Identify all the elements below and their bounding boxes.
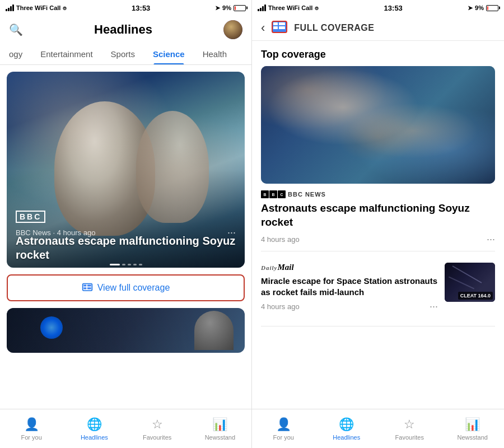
bottom-nav-right-newsstand[interactable]: 📊 Newsstand xyxy=(456,417,489,441)
tab-entertainment[interactable]: Entertainment xyxy=(31,44,101,64)
bottom-nav-newsstand[interactable]: 📊 Newsstand xyxy=(203,417,237,441)
hero-headline: Astronauts escape malfunctioning Soyuz r… xyxy=(16,234,236,262)
divider-1 xyxy=(261,251,495,251)
thumb-text: CLEAT 164.0 xyxy=(458,292,493,300)
person-icon-right: 👤 xyxy=(276,417,291,432)
mail-text: Mail xyxy=(277,263,293,272)
location-icon-right: ➤ xyxy=(468,4,473,12)
bbc-news-badge: B B C BBC NEWS xyxy=(261,190,495,198)
globe-icon: 🌐 xyxy=(87,417,102,432)
full-coverage-icon xyxy=(272,20,287,36)
headlines-label-right: Headlines xyxy=(333,434,360,441)
tab-health[interactable]: Health xyxy=(194,44,236,64)
secondary-story[interactable]: Daily Mail Miracle escape for Space Stat… xyxy=(261,257,495,320)
bbc-logo: B B C xyxy=(261,190,286,198)
svg-rect-1 xyxy=(83,284,86,286)
top-story-time-row: 4 hours ago ··· xyxy=(261,234,495,245)
top-story-image xyxy=(261,66,495,184)
nav-tabs: ogy Entertainment Sports Science Health xyxy=(0,44,251,65)
secondary-more-button[interactable]: ··· xyxy=(430,301,438,312)
for-you-label-right: For you xyxy=(273,434,294,441)
for-you-label: For you xyxy=(21,434,41,441)
svg-rect-2 xyxy=(83,287,86,289)
time-right: 13:53 xyxy=(384,4,403,12)
bottom-nav-headlines[interactable]: 🌐 Headlines xyxy=(77,417,111,441)
main-content-left: BBC BBC News · 4 hours ago ··· Astronaut… xyxy=(0,65,251,409)
slide-indicators xyxy=(110,264,142,265)
full-coverage-title: FULL COVERAGE xyxy=(294,23,374,33)
tab-technology[interactable]: ogy xyxy=(0,44,31,64)
avatar-image xyxy=(223,20,242,39)
right-status-right: ➤ 9% xyxy=(468,4,498,12)
view-full-coverage-text: View full coverage xyxy=(97,283,170,293)
right-status-left: ➤ 9% xyxy=(215,4,246,12)
headlines-label: Headlines xyxy=(81,434,108,441)
slide-dot-5 xyxy=(139,264,142,265)
tab-science[interactable]: Science xyxy=(144,44,194,64)
bottom-nav-right-favourites[interactable]: ☆ Favourites xyxy=(393,417,426,441)
bbc-badge: BBC xyxy=(16,211,45,223)
bbc-box-c: C xyxy=(278,190,286,198)
status-bar-left: Three WiFi Call ⌾ 13:53 ➤ 9% xyxy=(0,0,251,16)
favourites-label-right: Favourites xyxy=(395,434,424,441)
svg-rect-3 xyxy=(87,284,91,286)
wifi-icon-left: ⌾ xyxy=(63,4,67,11)
left-panel: Three WiFi Call ⌾ 13:53 ➤ 9% 🔍 Headlines… xyxy=(0,0,252,448)
person-icon: 👤 xyxy=(24,417,39,432)
signal-icon-right xyxy=(258,4,266,11)
right-panel: Three WiFi Call ⌾ 13:53 ➤ 9% ‹ FULL COVE… xyxy=(252,0,504,448)
second-card-preview[interactable] xyxy=(7,308,245,353)
battery-pct-right: 9% xyxy=(475,4,484,11)
hero-card[interactable]: BBC BBC News · 4 hours ago ··· Astronaut… xyxy=(7,72,245,268)
svg-rect-4 xyxy=(87,287,91,289)
top-story-time: 4 hours ago xyxy=(261,235,300,244)
divider-2 xyxy=(261,326,495,326)
globe-icon-right: 🌐 xyxy=(339,417,354,432)
wifi-icon-right: ⌾ xyxy=(315,4,319,11)
top-story-more-button[interactable]: ··· xyxy=(487,234,495,245)
bottom-nav-right-for-you[interactable]: 👤 For you xyxy=(267,417,300,441)
signal-icon-left xyxy=(6,4,14,11)
daily-mail-logo: Daily Mail xyxy=(261,263,438,272)
svg-rect-8 xyxy=(279,22,285,25)
page-title: Headlines xyxy=(94,22,152,37)
bbc-news-label: BBC NEWS xyxy=(288,191,326,198)
coverage-icon xyxy=(82,282,93,293)
bottom-nav-right-headlines[interactable]: 🌐 Headlines xyxy=(330,417,363,441)
slide-dot-4 xyxy=(133,264,137,265)
carrier-name-right: Three WiFi Call xyxy=(268,4,312,11)
hero-image: BBC BBC News · 4 hours ago ··· Astronaut… xyxy=(7,72,245,268)
daily-text: Daily xyxy=(261,264,277,271)
secondary-story-text: Daily Mail Miracle escape for Space Stat… xyxy=(261,263,438,315)
secondary-story-time: 4 hours ago xyxy=(261,302,300,311)
newsstand-label: Newsstand xyxy=(205,434,235,441)
bottom-nav-right: 👤 For you 🌐 Headlines ☆ Favourites 📊 New… xyxy=(252,409,504,448)
star-icon-right: ☆ xyxy=(404,417,415,432)
newsstand-label-right: Newsstand xyxy=(458,434,488,441)
secondary-headline: Miracle escape for Space Station astrona… xyxy=(261,276,438,297)
time-left: 13:53 xyxy=(132,4,150,12)
battery-pct-left: 9% xyxy=(222,4,231,11)
astronaut-shape-2 xyxy=(136,111,209,223)
bottom-nav-favourites[interactable]: ☆ Favourites xyxy=(141,417,174,441)
header-right: ‹ FULL COVERAGE xyxy=(252,16,504,41)
back-button[interactable]: ‹ xyxy=(261,21,265,35)
blue-orb xyxy=(40,316,63,339)
favourites-label: Favourites xyxy=(143,434,171,441)
search-button[interactable]: 🔍 xyxy=(9,23,23,36)
slide-dot-1 xyxy=(110,264,120,265)
bbc-logo-text: BBC xyxy=(16,211,45,223)
location-icon-left: ➤ xyxy=(215,4,220,12)
tab-sports[interactable]: Sports xyxy=(102,44,144,64)
bottom-nav-for-you[interactable]: 👤 For you xyxy=(15,417,48,441)
slide-dot-2 xyxy=(122,264,125,265)
carrier-name-left: Three WiFi Call xyxy=(16,4,60,11)
header-left: 🔍 Headlines xyxy=(0,16,251,44)
top-story-headline: Astronauts escape malfunctioning Soyuz r… xyxy=(261,202,495,229)
view-full-coverage-button[interactable]: View full coverage xyxy=(7,274,245,301)
secondary-story-thumbnail: CLEAT 164.0 xyxy=(445,263,495,302)
astronaut-overlay xyxy=(261,66,495,184)
avatar[interactable] xyxy=(223,20,242,39)
newsstand-icon-right: 📊 xyxy=(465,417,480,432)
bottom-nav-left: 👤 For you 🌐 Headlines ☆ Favourites 📊 New… xyxy=(0,409,251,448)
